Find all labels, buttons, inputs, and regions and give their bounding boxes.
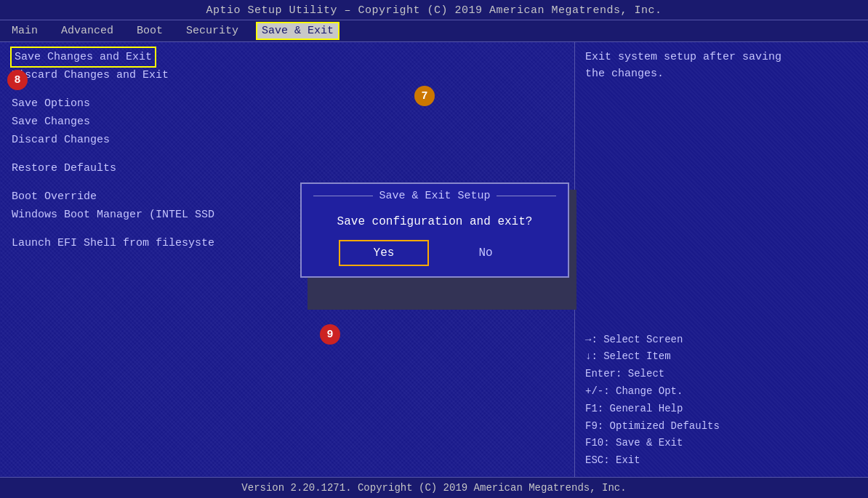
dialog-title-bar: Save & Exit Setup bbox=[302, 184, 568, 208]
menu-item-advanced[interactable]: Advanced bbox=[57, 23, 118, 39]
help-text-content: Exit system setup after savingthe change… bbox=[585, 51, 781, 80]
dialog-question: Save configuration and exit? bbox=[313, 215, 556, 228]
title-text: Aptio Setup Utility – Copyright (C) 2019… bbox=[206, 4, 662, 17]
key-enter-select: Enter: Select bbox=[585, 366, 858, 383]
option-discard-changes[interactable]: Discard Changes bbox=[12, 131, 563, 149]
key-select-item: ↓: Select Item bbox=[585, 348, 858, 366]
menu-bar: Main Advanced Boot Security Save & Exit bbox=[0, 20, 868, 42]
menu-item-security[interactable]: Security bbox=[182, 23, 243, 39]
dialog-box: Save & Exit Setup Save configuration and… bbox=[300, 182, 569, 278]
gap-1 bbox=[12, 84, 563, 95]
dialog-buttons: Yes No bbox=[313, 241, 556, 265]
option-restore-defaults[interactable]: Restore Defaults bbox=[12, 159, 563, 177]
main-content: Save Changes and Exit Discard Changes an… bbox=[0, 42, 868, 477]
gap-2 bbox=[12, 149, 563, 159]
bottom-bar: Version 2.20.1271. Copyright (C) 2019 Am… bbox=[0, 477, 868, 498]
dialog-title: Save & Exit Setup bbox=[379, 190, 490, 202]
option-save-options[interactable]: Save Options bbox=[12, 95, 563, 113]
key-esc-exit: ESC: Exit bbox=[585, 452, 858, 470]
menu-item-save-exit[interactable]: Save & Exit bbox=[257, 23, 338, 39]
title-bar: Aptio Setup Utility – Copyright (C) 2019… bbox=[0, 0, 868, 20]
key-change-opt: +/-: Change Opt. bbox=[585, 383, 858, 401]
dialog-yes-button[interactable]: Yes bbox=[340, 241, 427, 265]
version-text: Version 2.20.1271. Copyright (C) 2019 Am… bbox=[241, 482, 626, 494]
option-save-changes-exit[interactable]: Save Changes and Exit bbox=[12, 48, 155, 66]
key-f10-save-exit: F10: Save & Exit bbox=[585, 435, 858, 452]
key-help: →: Select Screen ↓: Select Item Enter: S… bbox=[585, 332, 858, 470]
menu-item-boot[interactable]: Boot bbox=[132, 23, 167, 39]
key-f9-defaults: F9: Optimized Defaults bbox=[585, 418, 858, 435]
right-panel: Exit system setup after savingthe change… bbox=[574, 42, 868, 477]
dialog-body: Save configuration and exit? Yes No bbox=[302, 208, 568, 276]
help-text: Exit system setup after savingthe change… bbox=[585, 49, 858, 82]
key-select-screen: →: Select Screen bbox=[585, 332, 858, 349]
menu-item-main[interactable]: Main bbox=[7, 23, 42, 39]
dialog-no-button[interactable]: No bbox=[442, 241, 529, 265]
key-f1-help: F1: General Help bbox=[585, 401, 858, 418]
option-save-changes[interactable]: Save Changes bbox=[12, 113, 563, 131]
option-discard-changes-exit[interactable]: Discard Changes and Exit bbox=[12, 66, 563, 84]
bios-screen: Aptio Setup Utility – Copyright (C) 2019… bbox=[0, 0, 868, 498]
